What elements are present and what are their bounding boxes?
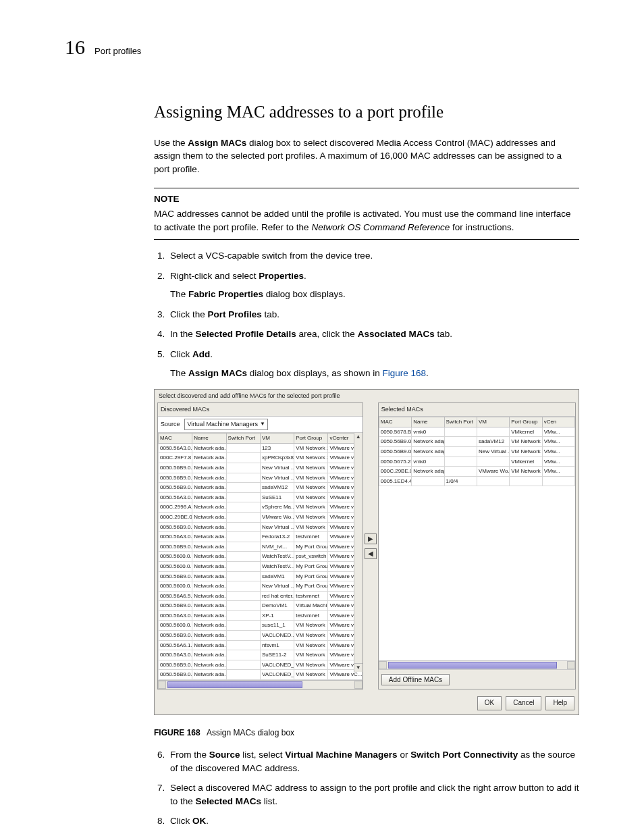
ok-button[interactable]: OK [477, 696, 502, 710]
add-offline-macs-row: Add Offline MACs [379, 669, 575, 689]
table-row[interactable]: 0050.56A3.0...Network ada...SuSE11VM Net… [159, 492, 363, 502]
col-header[interactable]: Switch Port [226, 434, 260, 444]
step-2-sub-pre: The [170, 289, 188, 299]
source-dropdown[interactable]: Virtual Machine Managers [184, 419, 268, 430]
table-row[interactable]: 0050.56B9.0...Network ada...DemoVM1Virtu… [159, 601, 363, 611]
arrow-left-icon[interactable]: ◀ [365, 548, 377, 559]
scroll-down-icon[interactable]: ▼ [354, 663, 363, 672]
table-row[interactable]: 0050.56B9.0...Network ada...sadaVM12VM N… [159, 483, 363, 493]
step-6-pre: From the [170, 750, 209, 760]
assign-macs-dialog: Select discovered and add offline MACs f… [154, 389, 579, 714]
help-button[interactable]: Help [545, 696, 574, 710]
table-row[interactable]: 0050.56B9.0...Network ada...VACLONED_...… [159, 660, 363, 670]
table-row[interactable]: 0050.5600.0...Network ada...WatchTestV..… [159, 561, 363, 571]
figure-link[interactable]: Figure 168 [382, 368, 426, 378]
step-4-post: tab. [435, 329, 452, 339]
step-2: Right-click and select Properties. The F… [167, 269, 579, 301]
note-box: NOTE MAC addresses cannot be added until… [154, 188, 579, 240]
step-3: Click the Port Profiles tab. [167, 308, 579, 321]
dialog-title-bar: Select discovered and add offline MACs f… [155, 390, 579, 402]
step-6-b1: Source [209, 750, 240, 760]
step-7-post: list. [261, 796, 277, 806]
step-5-bold: Add [192, 349, 210, 359]
step-5-sub-post: dialog box displays, as shown in [247, 368, 382, 378]
step-2-post: . [304, 271, 306, 281]
col-header[interactable]: Switch Port [444, 417, 477, 427]
step-2-sub-bold: Fabric Properties [188, 289, 263, 299]
chapter-number: 16 [65, 32, 85, 62]
add-offline-macs-button[interactable]: Add Offline MACs [381, 674, 450, 685]
steps-list-cont: From the Source list, select Virtual Mac… [154, 748, 579, 828]
table-row[interactable]: 000C.29BE.0116Network adapter 1VMware Wo… [379, 467, 574, 477]
table-row[interactable]: 0050.5675.2F06vmk0VMkernelVMw... [379, 457, 574, 467]
table-row[interactable]: 0050.56B9.0...Network ada...VACLONED_...… [159, 670, 363, 680]
col-header[interactable]: MAC [159, 434, 192, 444]
discovered-table-wrap: MACNameSwitch PortVMPort GroupvCenter005… [158, 433, 363, 680]
step-6-mid2: or [398, 750, 411, 760]
step-4: In the Selected Profile Details area, cl… [167, 328, 579, 341]
arrow-right-icon[interactable]: ▶ [365, 533, 377, 544]
step-8-bold: OK [192, 816, 206, 826]
left-hscroll[interactable] [158, 680, 363, 689]
step-5-pre: Click [170, 349, 192, 359]
step-2-bold: Properties [259, 271, 304, 281]
table-row[interactable]: 0050.56A6.5...Network ada...red hat ente… [159, 591, 363, 601]
table-row[interactable]: 0050.56B9.000ANetwork adapter 1New Virtu… [379, 446, 574, 457]
step-1: Select a VCS-capable switch from the dev… [167, 249, 579, 263]
table-row[interactable]: 0050.56B9.0...Network ada...sadaVM1My Po… [159, 571, 363, 581]
table-row[interactable]: 0005.1ED4.4EDA1/0/4 [379, 476, 574, 486]
table-row[interactable]: 0050.5600.0...Network ada...suse11_1VM N… [159, 621, 363, 631]
col-header[interactable]: VM [260, 434, 294, 444]
table-row[interactable]: 0050.56B9.002FNetwork adapter 1sadaVM12V… [379, 437, 574, 447]
selected-macs-panel: Selected MACs MACNameSwitch PortVMPort G… [378, 402, 576, 689]
intro-bold: Assign MACs [188, 138, 246, 148]
col-header[interactable]: vCen [542, 417, 574, 427]
note-ref: Network OS Command Reference [311, 222, 450, 232]
right-hscroll[interactable] [379, 660, 575, 669]
table-row[interactable]: 0050.56A3.0...Network ada...SuSE11-2VM N… [159, 650, 363, 660]
col-header[interactable]: Name [192, 434, 226, 444]
step-6-b2: Virtual Machine Managers [285, 750, 397, 760]
step-6-b3: Switch Port Connectivity [410, 750, 518, 760]
dialog-body: Discovered MACs Source Virtual Machine M… [155, 402, 579, 692]
section-title: Assigning MAC addresses to a port profil… [154, 100, 579, 124]
source-label: Source [161, 420, 180, 429]
table-row[interactable]: 0050.56B9.0...Network ada...New Virtual … [159, 463, 363, 473]
table-row[interactable]: 0050.5600.0...Network ada...New Virtual … [159, 581, 363, 592]
table-row[interactable]: 000C.2998.A...Network ada...vSphere Ma..… [159, 502, 363, 513]
note-head: NOTE [154, 192, 579, 206]
table-row[interactable]: 0050.56A6.1...Network ada...nfsvm1VM Net… [159, 640, 363, 650]
step-3-post: tab. [262, 309, 279, 319]
table-row[interactable]: 000C.29BE.0...Network ada...VMware Wo...… [159, 512, 363, 522]
col-header[interactable]: Port Group [510, 417, 542, 427]
step-3-bold: Port Profiles [208, 309, 262, 319]
cancel-button[interactable]: Cancel [506, 696, 541, 710]
vscroll-track[interactable] [354, 441, 363, 664]
discovered-table[interactable]: MACNameSwitch PortVMPort GroupvCenter005… [158, 433, 363, 680]
table-row[interactable]: 0050.56B9.0...Network ada...New Virtual … [159, 522, 363, 532]
note-body: MAC addresses cannot be added until the … [154, 207, 579, 234]
table-row[interactable]: 0050.56A3.0...Network ada...Fedora13-2te… [159, 532, 363, 542]
table-row[interactable]: 0050.56B9.0...Network ada...VACLONED...V… [159, 631, 363, 641]
step-4-bold1: Selected Profile Details [196, 329, 296, 339]
table-row[interactable]: 0050.56B9.0...Network ada...New Virtual … [159, 473, 363, 483]
col-header[interactable]: Port Group [294, 434, 328, 444]
table-row[interactable]: 0050.5600.0...Network ada...WatchTestV..… [159, 552, 363, 562]
table-row[interactable]: 0050.56A3.0...Network ada...XP-1testvmne… [159, 610, 363, 621]
step-5-sub-pre: The [170, 368, 188, 378]
step-5-sub-end: . [426, 368, 429, 378]
step-4-pre: In the [170, 329, 196, 339]
col-header[interactable]: Name [412, 417, 444, 427]
intro-pre: Use the [154, 138, 188, 148]
table-row[interactable]: 0050.56A3.0...Network ada...123VM Networ… [159, 443, 363, 453]
figure-168: Select discovered and add offline MACs f… [154, 389, 579, 739]
table-row[interactable]: 000C.29F7.8...Network ada...xpPROsp3x86V… [159, 453, 363, 463]
col-header[interactable]: VM [477, 417, 509, 427]
selected-table[interactable]: MACNameSwitch PortVMPort GroupvCen0050.5… [379, 417, 575, 486]
chapter-title: Port profiles [95, 45, 141, 58]
table-row[interactable]: 0050.5678.B940vmk0VMkernelVMw... [379, 427, 574, 437]
col-header[interactable]: MAC [379, 417, 411, 427]
table-row[interactable]: 0050.56B9.0...Network ada...NVM_tvt...My… [159, 542, 363, 552]
discovered-macs-title: Discovered MACs [158, 403, 363, 417]
step-5-sub-bold: Assign MACs [188, 368, 247, 378]
